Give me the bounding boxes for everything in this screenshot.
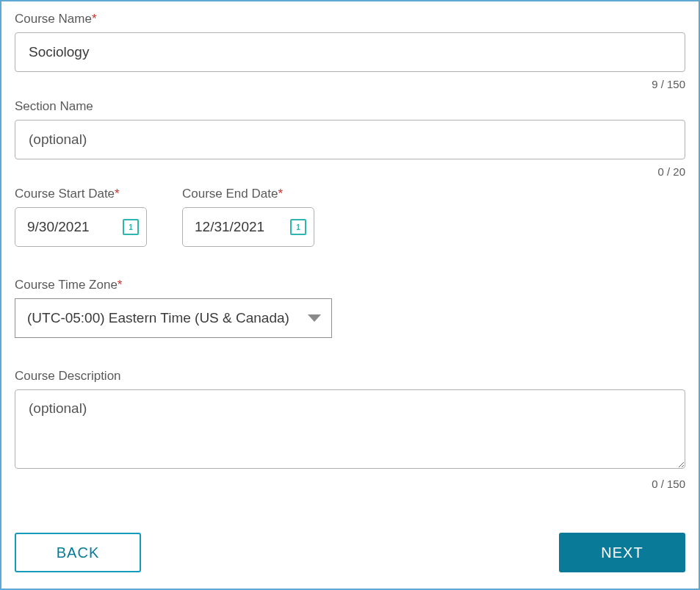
- timezone-group: Course Time Zone* (UTC-05:00) Eastern Ti…: [15, 278, 685, 338]
- required-asterisk: *: [118, 278, 123, 292]
- start-date-input[interactable]: 9/30/2021: [15, 207, 147, 247]
- required-asterisk: *: [92, 12, 97, 26]
- section-name-counter: 0 / 20: [15, 165, 685, 178]
- description-counter: 0 / 150: [15, 478, 685, 490]
- section-name-input[interactable]: [15, 120, 685, 159]
- calendar-icon[interactable]: [290, 219, 306, 235]
- end-date-input[interactable]: 12/31/2021: [182, 207, 314, 247]
- timezone-label: Course Time Zone*: [15, 278, 685, 292]
- course-name-input[interactable]: [15, 32, 685, 72]
- description-label: Course Description: [15, 369, 685, 384]
- date-row: Course Start Date* 9/30/2021 Course End …: [15, 187, 685, 247]
- start-date-label-text: Course Start Date: [15, 187, 115, 201]
- start-date-value: 9/30/2021: [27, 219, 90, 235]
- back-button[interactable]: BACK: [15, 533, 141, 572]
- course-name-group: Course Name* 9 / 150: [15, 12, 685, 90]
- end-date-label: Course End Date*: [182, 187, 314, 201]
- description-textarea[interactable]: [15, 389, 685, 469]
- end-date-value: 12/31/2021: [195, 219, 264, 235]
- section-name-label: Section Name: [15, 99, 685, 114]
- course-name-label: Course Name*: [15, 12, 685, 26]
- required-asterisk: *: [278, 187, 283, 201]
- description-group: Course Description 0 / 150: [15, 369, 685, 490]
- calendar-icon[interactable]: [123, 219, 139, 235]
- end-date-label-text: Course End Date: [182, 187, 278, 201]
- next-button[interactable]: NEXT: [559, 533, 685, 572]
- course-name-counter: 9 / 150: [15, 78, 685, 90]
- start-date-group: Course Start Date* 9/30/2021: [15, 187, 147, 247]
- timezone-select[interactable]: (UTC-05:00) Eastern Time (US & Canada): [15, 298, 332, 338]
- timezone-label-text: Course Time Zone: [15, 278, 118, 292]
- start-date-label: Course Start Date*: [15, 187, 147, 201]
- button-row: BACK NEXT: [15, 533, 685, 572]
- section-name-group: Section Name 0 / 20: [15, 99, 685, 178]
- timezone-selected-value: (UTC-05:00) Eastern Time (US & Canada): [27, 310, 289, 326]
- required-asterisk: *: [115, 187, 120, 201]
- end-date-group: Course End Date* 12/31/2021: [182, 187, 314, 247]
- course-form: Course Name* 9 / 150 Section Name 0 / 20…: [0, 0, 700, 590]
- course-name-label-text: Course Name: [15, 12, 92, 26]
- chevron-down-icon: [308, 314, 321, 322]
